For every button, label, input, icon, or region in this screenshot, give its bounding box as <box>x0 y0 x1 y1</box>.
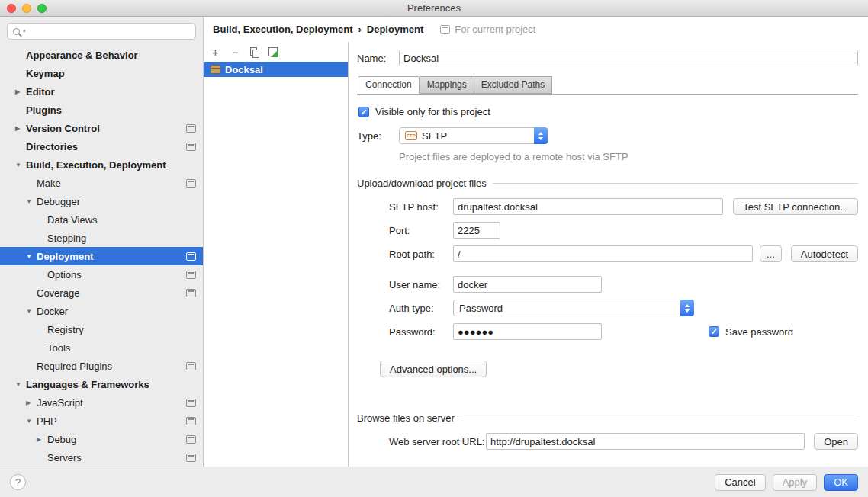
browse-section-header: Browse files on server <box>357 412 858 424</box>
sidebar-item-registry[interactable]: Registry <box>0 320 203 338</box>
expanded-arrow-icon[interactable]: ▼ <box>24 253 37 260</box>
collapsed-arrow-icon[interactable]: ▶ <box>14 125 26 132</box>
for-current-project-label: For current project <box>455 24 535 35</box>
sftp-host-label: SFTP host: <box>389 201 453 213</box>
minimize-window-button[interactable] <box>22 4 31 13</box>
collapsed-arrow-icon[interactable]: ▶ <box>24 399 37 406</box>
project-settings-icon <box>186 289 196 297</box>
sidebar-item-label: Editor <box>26 86 196 98</box>
type-dropdown-value: SFTP <box>422 130 447 142</box>
expanded-arrow-icon[interactable]: ▼ <box>14 162 26 168</box>
sidebar-item-version-control[interactable]: ▶Version Control <box>0 119 203 137</box>
server-item-label: Docksal <box>225 64 263 75</box>
sidebar-item-deployment[interactable]: ▼Deployment <box>0 247 203 265</box>
save-password-checkbox[interactable] <box>709 326 719 337</box>
sidebar-item-tools[interactable]: Tools <box>0 338 203 357</box>
sidebar-item-label: Debug <box>47 434 182 445</box>
password-label: Password: <box>389 326 453 338</box>
project-settings-icon <box>186 362 196 370</box>
traffic-lights <box>7 4 47 13</box>
sidebar-item-php[interactable]: ▼PHP <box>0 412 203 430</box>
sidebar-item-label: Options <box>47 269 182 281</box>
sidebar-item-label: Keymap <box>26 68 196 79</box>
titlebar: Preferences <box>0 0 868 17</box>
name-label: Name: <box>357 53 399 64</box>
sidebar-item-coverage[interactable]: Coverage <box>0 284 203 302</box>
sidebar-item-debug[interactable]: ▶Debug <box>0 430 203 448</box>
sidebar-item-build-execution-deployment[interactable]: ▼Build, Execution, Deployment <box>0 156 203 174</box>
project-settings-icon <box>186 252 196 261</box>
collapsed-arrow-icon[interactable]: ▶ <box>14 88 26 95</box>
name-input[interactable] <box>399 50 858 66</box>
sidebar-item-plugins[interactable]: Plugins <box>0 101 203 119</box>
expanded-arrow-icon[interactable]: ▼ <box>24 198 37 205</box>
root-path-input[interactable] <box>453 245 753 262</box>
sidebar-item-languages-frameworks[interactable]: ▼Languages & Frameworks <box>0 375 203 393</box>
type-dropdown[interactable]: FTP SFTP <box>399 127 548 144</box>
autodetect-button[interactable]: Autodetect <box>791 245 858 262</box>
sidebar-item-javascript[interactable]: ▶JavaScript <box>0 393 203 412</box>
port-label: Port: <box>389 225 453 236</box>
sidebar-item-required-plugins[interactable]: Required Plugins <box>0 357 203 375</box>
name-row: Name: <box>357 50 858 66</box>
web-root-label: Web server root URL: <box>389 436 486 447</box>
window-title: Preferences <box>407 2 461 14</box>
auth-type-dropdown[interactable]: Password <box>453 300 694 316</box>
sftp-host-input[interactable] <box>453 198 723 215</box>
password-input[interactable] <box>453 323 602 340</box>
sidebar-item-label: Deployment <box>37 251 182 262</box>
advanced-options-button[interactable]: Advanced options... <box>380 361 487 377</box>
project-settings-icon <box>186 399 196 407</box>
import-server-icon[interactable] <box>268 47 278 56</box>
breadcrumb-parent[interactable]: Build, Execution, Deployment <box>213 24 352 35</box>
expanded-arrow-icon[interactable]: ▼ <box>24 308 37 315</box>
apply-button[interactable]: Apply <box>773 474 818 491</box>
sidebar-item-label: Required Plugins <box>37 361 182 372</box>
help-button[interactable]: ? <box>10 474 26 490</box>
tab-excluded-paths[interactable]: Excluded Paths <box>474 76 552 94</box>
sidebar-item-docker[interactable]: ▼Docker <box>0 302 203 320</box>
user-name-input[interactable] <box>453 276 602 293</box>
sidebar-item-keymap[interactable]: Keymap <box>0 64 203 82</box>
cancel-button[interactable]: Cancel <box>715 474 765 491</box>
zoom-window-button[interactable] <box>37 4 47 13</box>
ok-button[interactable]: OK <box>824 474 858 491</box>
sidebar-item-debugger[interactable]: ▼Debugger <box>0 192 203 210</box>
user-name-label: User name: <box>389 279 453 290</box>
open-url-button[interactable]: Open <box>814 433 858 450</box>
web-root-row: Web server root URL: Open <box>389 433 858 450</box>
tab-mappings[interactable]: Mappings <box>420 76 474 94</box>
sftp-host-row: SFTP host: Test SFTP connection... <box>389 198 858 215</box>
sidebar-item-label: Version Control <box>26 123 182 134</box>
collapsed-arrow-icon[interactable]: ▶ <box>35 436 47 443</box>
test-sftp-connection-button[interactable]: Test SFTP connection... <box>733 198 858 215</box>
sidebar-item-directories[interactable]: Directories <box>0 137 203 156</box>
sidebar-item-options[interactable]: Options <box>0 265 203 284</box>
visible-only-checkbox[interactable] <box>358 107 369 117</box>
expanded-arrow-icon[interactable]: ▼ <box>14 381 26 388</box>
sidebar-item-stepping[interactable]: Stepping <box>0 229 203 247</box>
settings-search-field[interactable]: ▾ <box>7 23 196 40</box>
search-input[interactable] <box>29 26 190 37</box>
web-root-input[interactable] <box>486 433 805 450</box>
auth-type-label: Auth type: <box>389 303 453 314</box>
browse-root-path-button[interactable]: ... <box>760 245 782 262</box>
tab-connection[interactable]: Connection <box>358 76 420 95</box>
search-options-chevron-icon[interactable]: ▾ <box>23 28 26 34</box>
sidebar-item-data-views[interactable]: Data Views <box>0 210 203 229</box>
breadcrumb-current: Deployment <box>367 24 423 35</box>
close-window-button[interactable] <box>7 4 16 13</box>
remove-server-icon[interactable]: − <box>230 46 240 58</box>
expanded-arrow-icon[interactable]: ▼ <box>24 418 37 425</box>
port-input[interactable] <box>453 222 500 239</box>
server-item-docksal[interactable]: Docksal <box>204 62 348 77</box>
sidebar-item-label: Languages & Frameworks <box>26 379 196 390</box>
sidebar-item-make[interactable]: Make <box>0 174 203 192</box>
sidebar-item-servers[interactable]: Servers <box>0 448 203 467</box>
duplicate-server-icon[interactable] <box>250 47 259 57</box>
sidebar-item-appearance-behavior[interactable]: Appearance & Behavior <box>0 46 203 64</box>
current-project-icon <box>440 25 450 34</box>
dialog-footer: ? Cancel Apply OK <box>0 467 868 497</box>
add-server-icon[interactable]: + <box>211 46 220 58</box>
sidebar-item-editor[interactable]: ▶Editor <box>0 82 203 101</box>
